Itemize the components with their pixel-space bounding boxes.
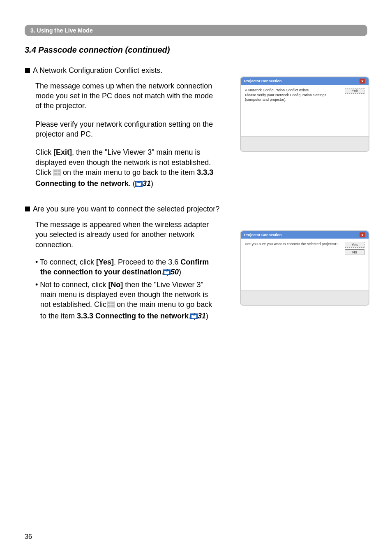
page-ref: 31 xyxy=(198,312,206,320)
text: • To connect, click xyxy=(35,258,96,266)
dialog-title-bar: Projector Connection x xyxy=(241,77,369,85)
svg-rect-11 xyxy=(111,302,114,304)
close-icon[interactable]: x xyxy=(360,232,365,237)
dialog-footer xyxy=(241,290,369,305)
dialog-title-bar: Projector Connection x xyxy=(241,231,369,239)
paragraph: The message comes up when the network co… xyxy=(35,81,220,111)
text: . Proceed to the 3.6 xyxy=(114,258,180,266)
paragraph: Please verify your network configuration… xyxy=(35,119,220,139)
text: ) xyxy=(151,179,153,188)
square-bullet-icon xyxy=(25,67,30,75)
ref-label: 3.3.3 Connecting to the network xyxy=(77,312,189,320)
dialog-conflict: Projector Connection x A Network Configu… xyxy=(240,77,369,152)
book-ref-icon xyxy=(135,179,143,189)
svg-rect-13 xyxy=(111,305,114,307)
dialog-footer xyxy=(241,136,369,151)
section-bar: 3. Using the Live Mode xyxy=(25,25,367,36)
svg-rect-10 xyxy=(108,302,111,304)
bullet-text: Are you sure you want to connect the sel… xyxy=(33,205,219,213)
yes-button[interactable]: Yes xyxy=(345,242,364,248)
dialog-title-text: Projector Connection xyxy=(244,233,282,237)
connect-settings-icon xyxy=(53,169,61,179)
yes-label: [Yes] xyxy=(96,258,114,266)
bullet-text: A Network Configuration Conflict exists. xyxy=(33,66,162,74)
svg-rect-5 xyxy=(58,173,60,175)
paragraph: Click [Exit], then the "Live Viewer 3" m… xyxy=(35,147,220,189)
close-icon[interactable]: x xyxy=(360,79,365,84)
text: Click xyxy=(35,148,53,156)
text: ) xyxy=(179,268,181,276)
text: ) xyxy=(206,312,208,320)
page-ref: 50 xyxy=(171,268,179,276)
svg-rect-0 xyxy=(25,68,30,73)
bullet-heading: Are you sure you want to connect the sel… xyxy=(25,205,367,214)
list-item: • Not to connect, click [No] then the "L… xyxy=(35,280,220,322)
text: on the main menu to go back to the item xyxy=(61,168,197,176)
dialog-confirm: Projector Connection x Are you sure you … xyxy=(240,230,369,306)
page-number: 36 xyxy=(25,533,32,541)
text: • Not to connect, click xyxy=(35,281,108,289)
dialog-message: A Network Configuration Conflict exists.… xyxy=(245,88,341,133)
svg-rect-7 xyxy=(25,207,30,211)
bullet-heading: A Network Configuration Conflict exists. xyxy=(25,66,367,75)
page-ref: 31 xyxy=(143,179,151,188)
paragraph: The message is appeared when the wireles… xyxy=(35,220,220,250)
svg-rect-4 xyxy=(54,173,57,175)
dialog-body: Are you sure you want to connect the sel… xyxy=(241,239,369,290)
exit-label: [Exit] xyxy=(53,148,72,156)
exit-button[interactable]: Exit xyxy=(345,88,364,94)
svg-rect-3 xyxy=(58,170,60,172)
no-label: [No] xyxy=(108,281,123,289)
list-item: • To connect, click [Yes]. Proceed to th… xyxy=(35,257,220,278)
svg-rect-12 xyxy=(108,305,111,307)
square-bullet-icon xyxy=(25,205,30,214)
no-button[interactable]: No xyxy=(345,249,364,255)
dialog-title-text: Projector Connection xyxy=(244,79,282,83)
dialog-message: Are you sure you want to connect the sel… xyxy=(245,242,341,287)
text: . ( xyxy=(129,179,135,188)
page-heading: 3.4 Passcode connection (continued) xyxy=(25,45,367,55)
dialog-body: A Network Configuration Conflict exists.… xyxy=(241,85,369,136)
svg-rect-2 xyxy=(54,170,57,172)
